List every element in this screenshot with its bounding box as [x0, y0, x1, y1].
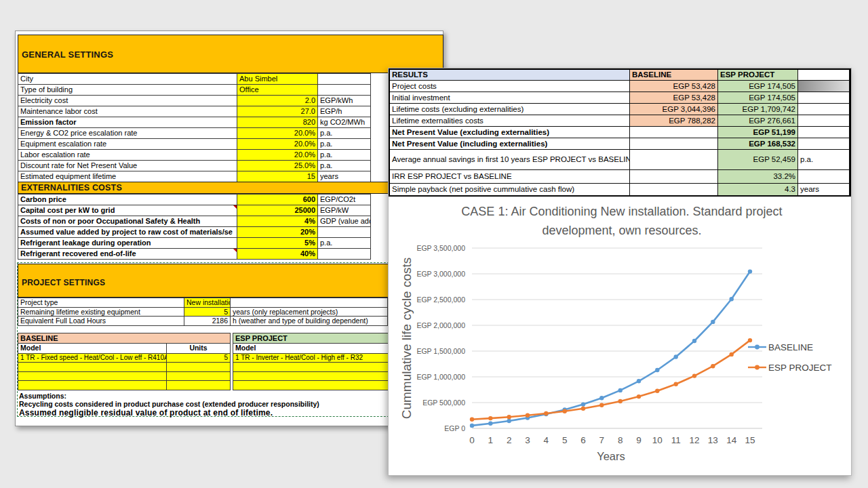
esp-section-header: ESP PROJECT: [233, 333, 389, 344]
data-point-marker: [637, 379, 641, 383]
value-cell[interactable]: New installation: [184, 298, 231, 308]
model-row: 1 TR - Inverter - Heat/Cool - High eff -…: [233, 354, 389, 363]
value-cell[interactable]: 2186: [184, 317, 231, 326]
baseline-value-cell[interactable]: [630, 170, 718, 184]
esp-value-cell[interactable]: EGP 168,532: [718, 138, 798, 150]
row-label: Type of building: [18, 85, 237, 96]
esp-value-cell[interactable]: EGP 276,661: [718, 115, 798, 127]
results-row: Lifetime costs (excluding externalities)…: [390, 104, 850, 115]
y-axis-tick-label: EGP 3,000,000: [416, 270, 465, 278]
data-point-marker: [748, 269, 752, 273]
baseline-value-cell[interactable]: EGP 3,044,396: [630, 104, 718, 115]
value-cell[interactable]: 25.0%: [237, 161, 318, 171]
x-axis-tick-label: 8: [618, 435, 623, 445]
unit-cell: years (only replacement projects): [231, 308, 388, 317]
model-columns-row: ModelUnits: [18, 344, 231, 354]
x-axis-tick-label: 1: [488, 435, 494, 445]
settings-row: Assumed value added by project to raw co…: [18, 227, 371, 238]
y-axis-tick-label: EGP 2,500,000: [416, 296, 465, 304]
row-label: Costs of non or poor Occupational Safety…: [18, 216, 237, 227]
value-cell[interactable]: 2.0: [237, 96, 318, 106]
unit-cell: [318, 227, 371, 238]
data-point-marker: [711, 364, 715, 368]
row-label: Assumed value added by project to raw co…: [18, 227, 237, 238]
model-row: [18, 372, 231, 382]
baseline-model-cell[interactable]: [18, 381, 167, 390]
value-cell[interactable]: 15: [237, 171, 318, 182]
units-cell[interactable]: 5: [167, 354, 231, 363]
baseline-value-cell[interactable]: [630, 127, 718, 138]
row-label: Project type: [18, 298, 184, 308]
baseline-model-cell[interactable]: [18, 363, 167, 372]
data-point-marker: [507, 415, 511, 419]
value-cell[interactable]: 20.0%: [237, 128, 318, 139]
baseline-value-cell[interactable]: EGP 53,428: [630, 92, 718, 104]
unit-cell: EGP/kW: [318, 205, 371, 216]
esp-value-cell[interactable]: EGP 1,709,742: [718, 104, 798, 115]
value-cell[interactable]: 600: [237, 195, 318, 205]
result-unit-cell: [798, 138, 850, 150]
settings-row: Discount rate for Net Present Value25.0%…: [18, 161, 371, 171]
value-cell[interactable]: 4%: [237, 216, 318, 227]
unit-cell: p.a.: [318, 128, 371, 139]
unit-cell: p.a.: [318, 139, 371, 150]
legend-marker: [755, 365, 760, 370]
esp-value-cell[interactable]: EGP 174,505: [718, 81, 798, 92]
row-label: Energy & CO2 price escalation rate: [18, 128, 237, 139]
row-label: Carbon price: [18, 195, 237, 205]
esp-model-cell[interactable]: 1 TR - Inverter - Heat/Cool - High eff -…: [233, 354, 389, 363]
esp-model-cell[interactable]: [233, 372, 389, 382]
unit-cell: kg CO2/MWh: [318, 117, 371, 128]
row-label: Maintenance labor cost: [18, 106, 237, 117]
result-label: Lifetime externalities costs: [390, 115, 630, 127]
results-row: IRR ESP PROJECT vs BASELINE33.2%: [390, 170, 850, 184]
model-column-header: Model: [233, 344, 389, 354]
baseline-model-cell[interactable]: 1 TR - Fixed speed - Heat/Cool - Low eff…: [18, 354, 167, 363]
result-label: Project costs: [390, 81, 630, 92]
data-point-marker: [618, 388, 623, 392]
baseline-value-cell[interactable]: [630, 150, 718, 170]
baseline-value-cell[interactable]: [630, 184, 718, 196]
x-axis-tick-label: 12: [689, 435, 699, 445]
value-cell[interactable]: 27.0: [237, 106, 318, 117]
value-cell[interactable]: 25000: [237, 205, 318, 216]
value-cell[interactable]: Office: [237, 85, 318, 96]
row-label: Estimated equipment lifetime: [18, 171, 237, 182]
value-cell[interactable]: 5: [184, 308, 231, 317]
baseline-value-cell[interactable]: EGP 53,428: [630, 81, 718, 92]
esp-model-cell[interactable]: [233, 381, 389, 390]
esp-value-cell[interactable]: EGP 52,459: [718, 150, 798, 170]
esp-value-cell[interactable]: EGP 51,199: [718, 127, 798, 138]
x-axis-title: Years: [597, 450, 625, 462]
chart-svg: EGP 0EGP 500,000EGP 1,000,000EGP 1,500,0…: [389, 197, 852, 476]
esp-value-cell[interactable]: EGP 174,505: [718, 92, 798, 104]
results-row: Average annual savings in first 10 years…: [390, 150, 850, 170]
value-cell[interactable]: Abu Simbel: [237, 74, 318, 85]
unit-cell: h (weather and type of building dependen…: [231, 317, 388, 326]
value-cell[interactable]: 20.0%: [237, 139, 318, 150]
value-cell[interactable]: 40%: [237, 249, 318, 260]
value-cell[interactable]: 820: [237, 117, 318, 128]
y-axis-tick-label: EGP 1,500,000: [416, 347, 465, 355]
settings-row: Carbon price600EGP/CO2t: [18, 195, 371, 205]
esp-value-cell[interactable]: 33.2%: [718, 170, 798, 184]
x-axis-tick-label: 14: [726, 435, 737, 445]
value-cell[interactable]: 20%: [237, 227, 318, 238]
y-axis-tick-label: EGP 3,500,000: [416, 244, 465, 252]
unit-cell: EGP/CO2t: [318, 195, 371, 205]
assumptions-line-1: Recycling costs considered in product pu…: [19, 401, 385, 409]
baseline-value-cell[interactable]: [630, 138, 718, 150]
baseline-value-cell[interactable]: EGP 788,282: [630, 115, 718, 127]
value-cell[interactable]: 20.0%: [237, 150, 318, 161]
units-cell[interactable]: [167, 363, 231, 372]
esp-model-cell[interactable]: [233, 363, 389, 372]
row-label: Capital cost per kW to grid: [18, 205, 237, 216]
y-axis-tick-label: EGP 0: [444, 424, 465, 432]
model-columns-row: Model: [233, 344, 389, 354]
esp-value-cell[interactable]: 4.3: [718, 184, 798, 196]
baseline-model-cell[interactable]: [18, 372, 167, 382]
units-cell[interactable]: [167, 381, 231, 390]
value-cell[interactable]: 5%: [237, 238, 318, 249]
units-cell[interactable]: [167, 372, 231, 382]
model-row: [233, 363, 389, 372]
